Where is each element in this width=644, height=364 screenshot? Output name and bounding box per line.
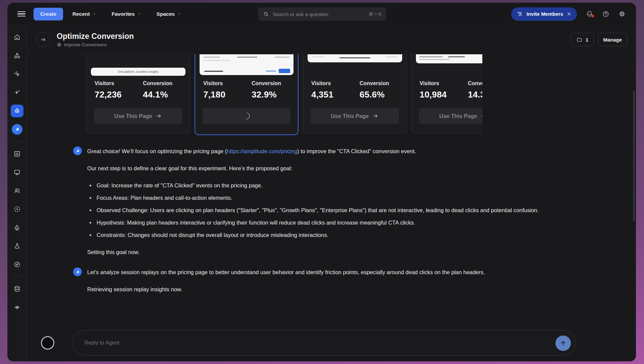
sidebar-item-users[interactable] xyxy=(11,184,23,197)
help-button[interactable] xyxy=(602,10,609,18)
visitors-value: 72,236 xyxy=(95,89,140,100)
person-plus-icon xyxy=(517,11,523,17)
robot-icon xyxy=(13,107,21,115)
page-card-selected[interactable]: Visitors7,180 Conversion32.9% xyxy=(195,54,299,135)
conversion-value: 14.3% xyxy=(468,89,482,100)
use-this-page-button[interactable]: Use This Page xyxy=(311,108,399,124)
nav-recent[interactable]: Recent xyxy=(72,11,96,17)
use-this-page-button[interactable]: Use This Page xyxy=(94,108,182,124)
page-card[interactable]: One platform, countless insights Visitor… xyxy=(86,54,190,133)
svg-text:A: A xyxy=(15,127,19,132)
message-paragraph: Setting this goal now. xyxy=(87,248,539,256)
nav-recent-label: Recent xyxy=(72,11,90,17)
send-button[interactable] xyxy=(555,336,571,351)
page-card[interactable]: Visitors10,984 Conversion14.3% Use This … xyxy=(411,54,482,133)
sidebar-item-activity[interactable] xyxy=(11,301,23,314)
arrow-right-icon xyxy=(372,113,379,119)
sidebar-item-data[interactable] xyxy=(11,283,23,295)
visitors-value: 4,351 xyxy=(311,89,356,100)
use-this-page-label: Use This Page xyxy=(114,113,152,119)
agent-message: A Let's analyze session replays on the p… xyxy=(73,268,568,294)
arrow-up-icon xyxy=(559,339,567,347)
nav-spaces-label: Spaces xyxy=(157,11,175,17)
agent-status-circle[interactable] xyxy=(41,336,54,350)
visitors-label: Visitors xyxy=(203,80,248,86)
use-this-page-label: Use This Page xyxy=(439,113,477,119)
visitors-label: Visitors xyxy=(420,80,465,86)
sidebar-item-home[interactable] xyxy=(11,31,23,44)
cursor-click-icon xyxy=(13,70,21,78)
vertical-scrollbar[interactable] xyxy=(633,91,635,222)
hamburger-menu-icon[interactable] xyxy=(17,11,25,16)
create-button[interactable]: Create xyxy=(34,8,63,20)
sidebar-item-charts[interactable] xyxy=(11,147,23,160)
sidebar-divider xyxy=(11,141,23,142)
global-search[interactable]: ⌘ + K xyxy=(258,7,386,21)
pages-count: 1 xyxy=(586,37,588,43)
visitors-label: Visitors xyxy=(311,80,356,86)
settings-button[interactable] xyxy=(618,10,626,18)
sidebar-item-web-experiments[interactable] xyxy=(11,68,23,80)
sidebar-item-dashboards[interactable] xyxy=(11,166,23,179)
arrow-right-icon xyxy=(155,113,162,119)
visitors-value: 10,984 xyxy=(420,89,465,100)
collapse-list-icon xyxy=(40,36,47,43)
gear-icon xyxy=(618,10,626,18)
conversion-value: 44.1% xyxy=(143,89,188,100)
sidebar-item-products[interactable] xyxy=(11,49,23,62)
left-icon-sidebar: A xyxy=(7,25,27,361)
use-this-page-button-loading[interactable] xyxy=(203,108,290,124)
page-thumbnail xyxy=(416,54,482,63)
reply-composer xyxy=(41,330,576,356)
agent-avatar-icon: A xyxy=(73,267,82,276)
message-paragraph: Great choice! We’ll focus on optimizing … xyxy=(87,147,539,156)
panel-toggle-button[interactable] xyxy=(36,32,51,47)
nav-spaces[interactable]: Spaces xyxy=(157,11,181,17)
app-window: Create Recent Favorites Spaces ⌘ + K Inv… xyxy=(7,3,636,361)
thumbnail-caption: One platform, countless insights xyxy=(91,68,185,76)
conversion-label: Conversion xyxy=(143,80,188,86)
pulse-icon xyxy=(13,304,21,311)
use-this-page-label: Use This Page xyxy=(331,113,369,119)
top-nav-bar: Create Recent Favorites Spaces ⌘ + K Inv… xyxy=(7,3,636,25)
svg-text:A: A xyxy=(76,149,79,153)
home-icon xyxy=(13,34,21,41)
manage-button[interactable]: Manage xyxy=(598,33,627,46)
page-thumbnail xyxy=(308,54,402,62)
invite-members-label: Invite Members xyxy=(527,11,563,17)
invite-members-button[interactable]: Invite Members xyxy=(511,7,577,21)
nav-favorites[interactable]: Favorites xyxy=(112,11,141,17)
close-icon[interactable] xyxy=(567,11,572,16)
sidebar-item-session-replay[interactable] xyxy=(11,203,23,216)
sidebar-divider xyxy=(11,277,23,277)
agent-avatar-icon: A xyxy=(73,146,82,155)
conversion-value: 65.6% xyxy=(360,89,405,100)
bullet-item: Observed Challenge: Users are clicking o… xyxy=(95,206,539,215)
bullet-item: Hypothesis: Making plan headers interact… xyxy=(95,219,539,227)
users-icon xyxy=(13,187,21,194)
sidebar-item-heatmaps[interactable] xyxy=(11,221,23,234)
notifications-bell-button[interactable] xyxy=(586,10,593,18)
arrow-right-icon xyxy=(480,113,482,119)
search-input[interactable] xyxy=(273,11,365,17)
chevron-down-icon xyxy=(177,12,181,16)
bullet-item: Goal: Increase the rate of "CTA Clicked"… xyxy=(95,181,539,190)
sidebar-item-explore[interactable] xyxy=(11,258,23,271)
reply-input[interactable] xyxy=(85,330,549,355)
agent-header: Optimize Conversion Improve Conversions … xyxy=(27,25,636,54)
chevron-down-icon xyxy=(93,12,96,16)
sidebar-item-agent-active[interactable] xyxy=(11,105,23,117)
sidebar-item-ai-assist[interactable] xyxy=(11,86,23,99)
sidebar-item-experiments[interactable] xyxy=(11,240,23,252)
pages-count-button[interactable]: 1 xyxy=(571,33,594,46)
page-card[interactable]: Visitors4,351 Conversion65.6% Use This P… xyxy=(303,54,407,133)
folder-icon xyxy=(576,37,583,43)
page-thumbnail: One platform, countless insights xyxy=(91,68,185,76)
sidebar-item-amplitude-home[interactable]: A xyxy=(11,123,23,136)
use-this-page-button[interactable]: Use This Page xyxy=(419,108,482,124)
loading-spinner-icon xyxy=(242,111,251,121)
sparkles-icon xyxy=(13,89,21,96)
reply-input-container xyxy=(72,330,576,356)
pricing-page-link[interactable]: https://amplitude.com/pricing xyxy=(227,148,297,154)
help-icon xyxy=(602,10,609,18)
